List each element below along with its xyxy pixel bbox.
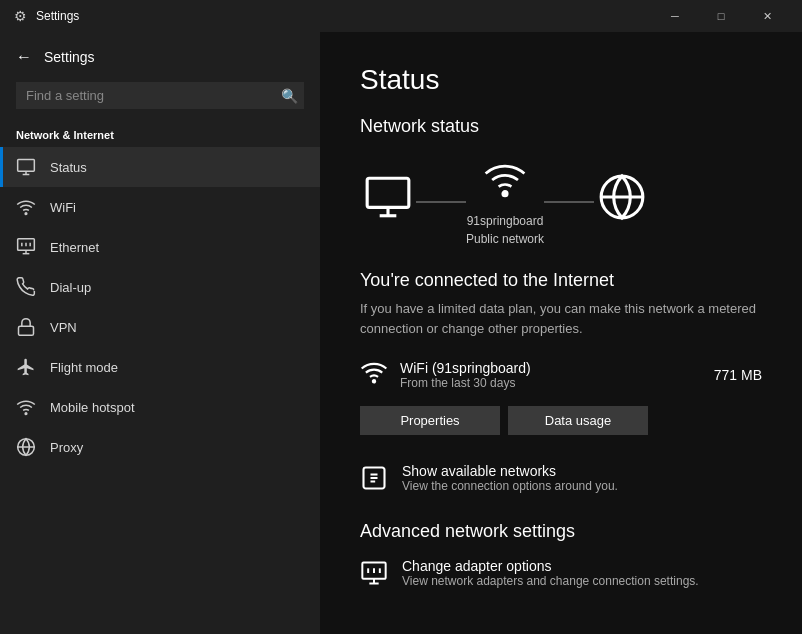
titlebar: ⚙ Settings ─ □ ✕ bbox=[0, 0, 802, 32]
globe-icon bbox=[594, 172, 650, 231]
sidebar-item-mobilehotspot[interactable]: Mobile hotspot bbox=[0, 387, 320, 427]
svg-point-3 bbox=[25, 213, 27, 215]
adapter-icon bbox=[360, 559, 388, 587]
show-networks: Show available networks View the connect… bbox=[360, 463, 762, 493]
advanced-title: Advanced network settings bbox=[360, 521, 762, 542]
svg-point-17 bbox=[503, 191, 507, 195]
show-networks-subtitle: View the connection options around you. bbox=[402, 479, 618, 493]
ethernet-icon bbox=[16, 237, 36, 257]
svg-point-20 bbox=[373, 380, 375, 382]
sidebar-app-title: Settings bbox=[44, 49, 95, 65]
sidebar-item-dialup[interactable]: Dial-up bbox=[0, 267, 320, 307]
close-button[interactable]: ✕ bbox=[744, 0, 790, 32]
minimize-button[interactable]: ─ bbox=[652, 0, 698, 32]
diag-center: 91springboard Public network bbox=[466, 157, 544, 246]
show-networks-title[interactable]: Show available networks bbox=[402, 463, 618, 479]
page-title: Status bbox=[360, 64, 762, 96]
sidebar-item-proxy[interactable]: Proxy bbox=[0, 427, 320, 467]
network-diagram: 91springboard Public network bbox=[360, 157, 762, 246]
sidebar-item-vpn[interactable]: VPN bbox=[0, 307, 320, 347]
adapter-text: Change adapter options View network adap… bbox=[402, 558, 699, 588]
sidebar-nav: Status WiFi bbox=[0, 147, 320, 634]
search-input[interactable] bbox=[16, 82, 304, 109]
diag-line-2 bbox=[544, 201, 594, 203]
wifi-nav-icon bbox=[16, 197, 36, 217]
network-type: Public network bbox=[466, 232, 544, 246]
app-container: ← Settings 🔍 Network & Internet Status bbox=[0, 32, 802, 634]
mobilehotspot-label: Mobile hotspot bbox=[50, 400, 135, 415]
properties-button[interactable]: Properties bbox=[360, 406, 500, 435]
status-label: Status bbox=[50, 160, 87, 175]
main-content: Status Network status bbox=[320, 32, 802, 634]
proxy-icon bbox=[16, 437, 36, 457]
svg-rect-0 bbox=[18, 160, 35, 172]
connected-desc: If you have a limited data plan, you can… bbox=[360, 299, 760, 338]
hotspot-icon bbox=[16, 397, 36, 417]
svg-point-11 bbox=[25, 413, 27, 415]
dialup-icon bbox=[16, 277, 36, 297]
sidebar-item-flightmode[interactable]: Flight mode bbox=[0, 347, 320, 387]
network-status-title: Network status bbox=[360, 116, 762, 137]
settings-icon: ⚙ bbox=[12, 8, 28, 24]
wifi-name: WiFi (91springboard) bbox=[400, 360, 702, 376]
dialup-label: Dial-up bbox=[50, 280, 91, 295]
network-name: 91springboard bbox=[467, 214, 544, 228]
show-networks-text: Show available networks View the connect… bbox=[402, 463, 618, 493]
status-icon bbox=[16, 157, 36, 177]
titlebar-title: Settings bbox=[36, 9, 652, 23]
sidebar-back[interactable]: ← Settings bbox=[0, 32, 320, 74]
sidebar-item-status[interactable]: Status bbox=[0, 147, 320, 187]
svg-rect-10 bbox=[19, 326, 34, 335]
flightmode-label: Flight mode bbox=[50, 360, 118, 375]
proxy-label: Proxy bbox=[50, 440, 83, 455]
wifi-diag-icon bbox=[479, 157, 531, 210]
sidebar-item-ethernet[interactable]: Ethernet bbox=[0, 227, 320, 267]
vpn-label: VPN bbox=[50, 320, 77, 335]
wifi-info: WiFi (91springboard) From the last 30 da… bbox=[400, 360, 702, 390]
back-arrow-icon: ← bbox=[16, 48, 32, 66]
change-adapter-title[interactable]: Change adapter options bbox=[402, 558, 699, 574]
diag-line-1 bbox=[416, 201, 466, 203]
sidebar-search: 🔍 bbox=[16, 82, 304, 109]
change-adapter-subtitle: View network adapters and change connect… bbox=[402, 574, 699, 588]
window-controls: ─ □ ✕ bbox=[652, 0, 790, 32]
flight-icon bbox=[16, 357, 36, 377]
search-button[interactable]: 🔍 bbox=[281, 88, 298, 104]
ethernet-label: Ethernet bbox=[50, 240, 99, 255]
wifi-usage: 771 MB bbox=[714, 367, 762, 383]
change-adapter-item: Change adapter options View network adap… bbox=[360, 558, 762, 588]
wifi-status-icon bbox=[360, 358, 388, 392]
connected-title: You're connected to the Internet bbox=[360, 270, 762, 291]
wifi-days: From the last 30 days bbox=[400, 376, 702, 390]
maximize-button[interactable]: □ bbox=[698, 0, 744, 32]
vpn-icon bbox=[16, 317, 36, 337]
data-usage-button[interactable]: Data usage bbox=[508, 406, 648, 435]
computer-icon bbox=[360, 172, 416, 231]
wifi-row: WiFi (91springboard) From the last 30 da… bbox=[360, 358, 762, 392]
sidebar: ← Settings 🔍 Network & Internet Status bbox=[0, 32, 320, 634]
button-row: Properties Data usage bbox=[360, 406, 762, 435]
wifi-label: WiFi bbox=[50, 200, 76, 215]
sidebar-section-title: Network & Internet bbox=[0, 117, 320, 147]
sidebar-item-wifi[interactable]: WiFi bbox=[0, 187, 320, 227]
svg-rect-14 bbox=[367, 178, 409, 207]
show-networks-icon bbox=[360, 464, 388, 492]
